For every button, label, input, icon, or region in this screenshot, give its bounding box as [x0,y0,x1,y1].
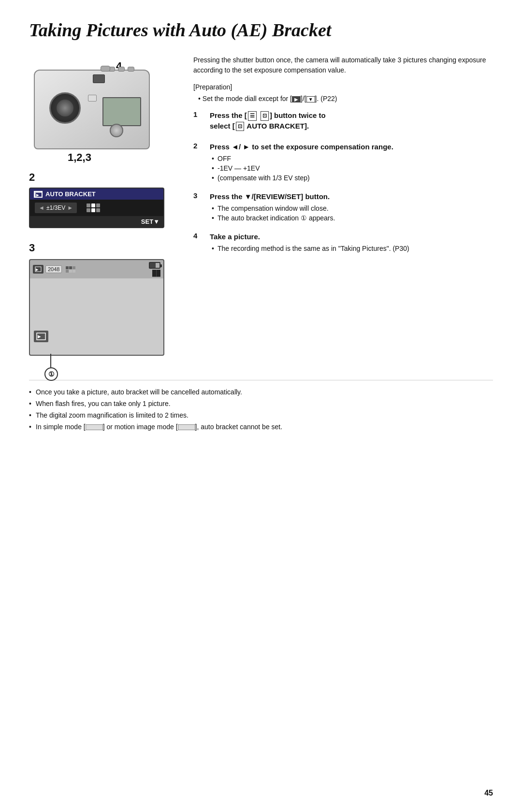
intro-paragraph: Pressing the shutter button once, the ca… [193,55,493,75]
step2-bullet-1: OFF [212,155,493,162]
note-3: The digital zoom magnification is limite… [29,411,493,419]
bracket-dot [87,208,90,212]
right-column: Pressing the shutter button once, the ca… [193,55,493,356]
step3-bullets: The compensation window will close. The … [212,204,493,222]
ev-value: ±1/3EV [46,204,65,211]
note-2: When flash fires, you can take only 1 pi… [29,400,493,407]
step4-bullet-1: The recording method is the same as in "… [212,245,493,252]
step1-content: Press the [☰ ⊡] button twice to select [… [210,110,493,134]
camera-diagram: 4 [29,55,174,161]
step4-bullets: The recording method is the same as in "… [212,245,493,252]
ev-control: ◄ ±1/3EV ► [35,203,77,213]
screen-bottom-bar: SET▼ [30,216,163,227]
note-1: Once you take a picture, auto bracket wi… [29,388,493,396]
camera-lens-inner [57,100,73,116]
camera-viewfinder [93,74,105,83]
camera-screen [102,97,141,126]
diagram-label-123: 1,2,3 [68,151,91,164]
step-2: 2 Press ◄/ ► to set the exposure compens… [193,142,493,184]
step4-number: 4 [193,232,203,254]
page-number: 45 [484,789,493,798]
camera-top-buttons [108,67,134,72]
play-icon: ▶ [292,96,301,102]
step3-instruction: Press the ▼/[REVIEW/SET] button. [210,191,493,202]
screen-middle-row: ◄ ±1/3EV ► [30,200,163,216]
frame-counter: ██ [152,270,160,276]
step4-content: Take a picture. The recording method is … [210,232,493,254]
step2-instruction: Press ◄/ ► to set the exposure compensat… [210,142,493,152]
step2-number: 2 [193,142,203,184]
bracket-mode-icon: ▶ [34,191,43,198]
step3-number: 3 [193,191,203,224]
step3-left-label: 3 [29,242,179,254]
bracket-small-icon: ▶ [34,331,48,342]
screen-mockup-3: ▶ 2048 [29,259,164,356]
shutter-button [101,66,110,72]
annotation-circle-1: ① [44,367,58,381]
annotation-line [50,354,51,367]
step3-bullet-2: The auto bracket indication ① appears. [212,214,493,222]
svg-text:▶: ▶ [38,334,41,339]
bracket-indicator-icon: ▶ [34,331,48,342]
bracket-dots [87,203,100,212]
screen-title-text: AUTO BRACKET [45,190,96,198]
note-4: In simple mode [] or motion image mode [… [29,423,493,431]
step2-bullet-2: -1EV — +1EV [212,164,493,172]
svg-text:▶: ▶ [36,193,39,197]
screen-title-bar: ▶ AUTO BRACKET [30,188,163,200]
bracket-dot [91,208,95,212]
step-1: 1 Press the [☰ ⊡] button twice to select… [193,110,493,134]
step2-bullet-3: (compensate with 1/3 EV step) [212,174,493,182]
camera-button [128,67,134,72]
pixel-count-badge: 2048 [45,265,62,273]
step2-content: Press ◄/ ► to set the exposure compensat… [210,142,493,184]
step3-bullet-1: The compensation window will close. [212,204,493,212]
step-3: 3 Press the ▼/[REVIEW/SET] button. The c… [193,191,493,224]
right-status: ██ [149,262,160,276]
bracket-dot [96,208,100,212]
step1-number: 1 [193,110,203,134]
set-label: SET▼ [141,218,160,225]
steps-container: 1 Press the [☰ ⊡] button twice to select… [193,110,493,254]
quality-indicator [66,266,75,273]
svg-text:▶: ▶ [36,268,39,271]
circle-annotation: ① [44,354,58,381]
auto-bracket-select-icon: ⊡ [236,122,244,131]
preparation-label: [Preparation] [193,83,493,91]
right-arrow-icon: ► [67,204,73,211]
bracket-dot [87,203,90,207]
screen-top-row: ▶ 2048 [30,260,163,278]
step1-instruction: Press the [☰ ⊡] button twice to select [… [210,110,493,131]
camera-dial [110,124,123,137]
mode-icon-screen: ▶ [33,265,44,274]
screen-top-left: ▶ 2048 [33,265,75,274]
bracket-dot [96,203,100,207]
menu-icon: ☰ [248,111,257,120]
simple-mode-icon [86,424,103,430]
bracket-dot [91,203,95,207]
screen-mockup-2: ▶ AUTO BRACKET ◄ ±1/3EV ► [29,188,164,228]
step2-left-label: 2 [29,171,179,184]
left-column: 4 [29,55,179,356]
screen3-container: ▶ 2048 [29,259,179,356]
motion-mode-icon [178,424,195,430]
bottom-notes: Once you take a picture, auto bracket wi… [29,380,493,431]
camera-body [34,70,150,149]
camera-button [118,67,125,72]
bracket-btn-icon: ⊡ [261,111,269,120]
step4-instruction: Take a picture. [210,232,493,242]
camera-flash [88,95,97,102]
video-icon: ▼ [306,96,315,102]
camera-lens [49,92,81,124]
left-arrow-icon: ◄ [39,204,44,211]
step2-bullets: OFF -1EV — +1EV (compensate with 1/3 EV … [212,155,493,182]
step-4: 4 Take a picture. The recording method i… [193,232,493,254]
step3-content: Press the ▼/[REVIEW/SET] button. The com… [210,191,493,224]
battery-indicator [149,262,160,269]
preparation-item: • Set the mode diall except for [▶]/[▼].… [193,95,493,102]
page-title: Taking Pictures with Auto (AE) Bracket [29,19,493,41]
